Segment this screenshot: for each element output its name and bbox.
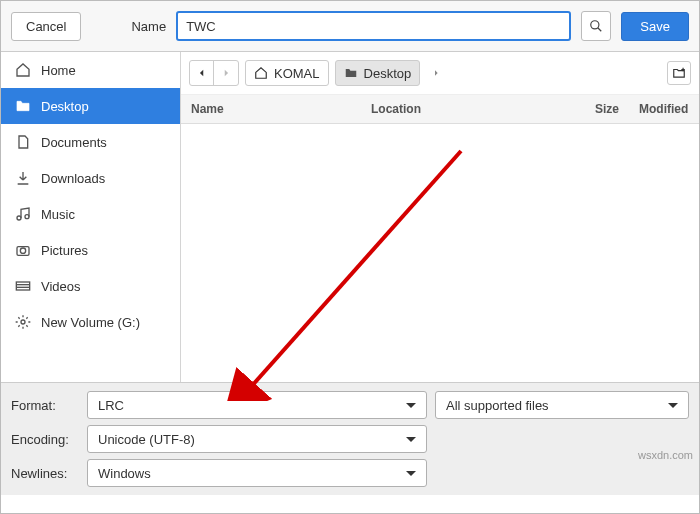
newlines-value: Windows [98,466,151,481]
search-icon [589,19,603,33]
breadcrumb-bar: KOMAL Desktop [181,52,699,95]
svg-point-5 [20,248,25,253]
document-icon [15,134,31,150]
watermark: wsxdn.com [638,449,693,461]
sidebar-item-home[interactable]: Home [1,52,180,88]
column-location[interactable]: Location [361,95,579,123]
sidebar-item-label: Videos [41,279,81,294]
sidebar-item-label: Desktop [41,99,89,114]
encoding-label: Encoding: [11,432,79,447]
svg-point-2 [17,216,21,220]
bottom-panel: Format: LRC All supported files Encoding… [1,382,699,495]
svg-point-9 [21,320,25,324]
sidebar-item-label: Downloads [41,171,105,186]
sidebar-item-videos[interactable]: Videos [1,268,180,304]
breadcrumb-label: KOMAL [274,66,320,81]
svg-point-3 [25,215,29,219]
svg-point-0 [591,21,599,29]
new-folder-button[interactable] [667,61,691,85]
folder-icon [15,98,31,114]
column-headers: Name Location Size Modified [181,95,699,124]
home-icon [15,62,31,78]
sidebar-item-label: New Volume (G:) [41,315,140,330]
video-icon [15,278,31,294]
svg-rect-6 [16,282,29,290]
cancel-button[interactable]: Cancel [11,12,81,41]
sidebar[interactable]: Home Desktop Documents Downloads Music P… [1,52,181,382]
sidebar-item-music[interactable]: Music [1,196,180,232]
breadcrumb-desktop[interactable]: Desktop [335,60,421,86]
chevron-left-icon [197,68,207,78]
newlines-label: Newlines: [11,466,79,481]
encoding-dropdown[interactable]: Unicode (UTF-8) [87,425,427,453]
sidebar-item-new-volume[interactable]: New Volume (G:) [1,304,180,340]
filter-value: All supported files [446,398,549,413]
name-label: Name [131,19,166,34]
breadcrumb-label: Desktop [364,66,412,81]
gear-icon [15,314,31,330]
format-label: Format: [11,398,79,413]
nav-back-button[interactable] [190,61,214,85]
encoding-value: Unicode (UTF-8) [98,432,195,447]
file-listing[interactable] [181,124,699,382]
top-toolbar: Cancel Name Save [1,1,699,52]
camera-icon [15,242,31,258]
file-filter-dropdown[interactable]: All supported files [435,391,689,419]
sidebar-item-label: Pictures [41,243,88,258]
format-value: LRC [98,398,124,413]
format-dropdown[interactable]: LRC [87,391,427,419]
column-name[interactable]: Name [181,95,361,123]
main-area: Home Desktop Documents Downloads Music P… [1,52,699,382]
home-icon [254,66,268,80]
newlines-dropdown[interactable]: Windows [87,459,427,487]
column-size[interactable]: Size [579,95,629,123]
chevron-right-icon [432,69,440,77]
sidebar-item-label: Home [41,63,76,78]
folder-icon [344,66,358,80]
svg-line-1 [598,28,602,32]
music-icon [15,206,31,222]
nav-forward-button[interactable] [214,61,238,85]
search-button[interactable] [581,11,611,41]
save-button[interactable]: Save [621,12,689,41]
filename-input[interactable] [176,11,571,41]
new-folder-icon [671,66,687,80]
sidebar-item-downloads[interactable]: Downloads [1,160,180,196]
breadcrumb-komal[interactable]: KOMAL [245,60,329,86]
nav-back-forward [189,60,239,86]
sidebar-item-desktop[interactable]: Desktop [1,88,180,124]
sidebar-item-label: Documents [41,135,107,150]
chevron-right-icon [221,68,231,78]
column-modified[interactable]: Modified [629,95,699,123]
sidebar-item-pictures[interactable]: Pictures [1,232,180,268]
download-icon [15,170,31,186]
content-area: KOMAL Desktop Name Location Size Modifie… [181,52,699,382]
sidebar-item-label: Music [41,207,75,222]
sidebar-item-documents[interactable]: Documents [1,124,180,160]
breadcrumb-next-button[interactable] [426,61,446,85]
